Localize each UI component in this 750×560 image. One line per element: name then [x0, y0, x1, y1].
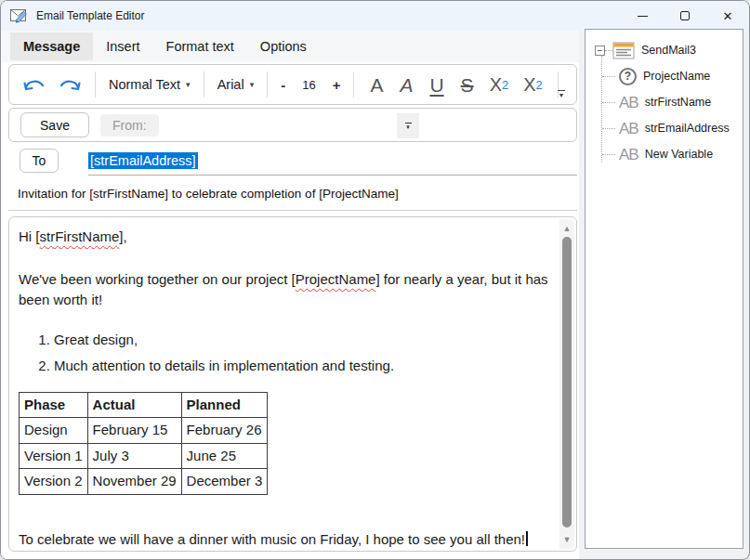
table-header-cell: Planned: [181, 392, 268, 418]
tree-node-label: ProjectName: [643, 70, 710, 83]
toolbar-overflow-icon[interactable]: ▼: [556, 90, 567, 98]
tab-format-text[interactable]: Format text: [153, 33, 247, 60]
table-cell: Version 2: [20, 469, 88, 495]
table-row: Design February 15 February 26: [20, 418, 268, 444]
activity-icon: [612, 42, 635, 59]
scrollbar-thumb[interactable]: [562, 237, 572, 527]
table-cell: November 29: [87, 469, 181, 495]
toolbar-separator: [353, 72, 354, 98]
email-body-editor[interactable]: Hi [strFirstName], We've been working to…: [8, 216, 577, 552]
editor-pane: Normal Text ▾ Arial ▾ - 16 + A A U S X2 …: [1, 62, 579, 559]
variables-tree: − SendMail3 ? ProjectName: [586, 30, 743, 167]
table-cell: Design: [20, 418, 88, 444]
closing-line: To celebrate we will have a dinner with …: [19, 529, 559, 551]
tab-message[interactable]: Message: [10, 33, 93, 60]
schedule-table: Phase Actual Planned Design February 15 …: [19, 392, 268, 495]
table-header-cell: Phase: [20, 392, 88, 418]
tree-connector: [602, 128, 615, 129]
titlebar: Email Template Editor ✕: [1, 1, 749, 31]
redo-button[interactable]: [52, 72, 87, 97]
ribbon-tabs: Message Insert Format text Options: [1, 31, 579, 62]
tree-connector: [605, 50, 612, 51]
save-button[interactable]: Save: [20, 112, 89, 137]
minimize-button[interactable]: [621, 1, 664, 31]
strikethrough-button[interactable]: S: [453, 73, 482, 97]
tree-node-projectname[interactable]: ? ProjectName: [586, 63, 743, 89]
subject-row: Invitation for [strFirstName] to celebra…: [8, 177, 577, 211]
table-header-row: Phase Actual Planned: [20, 392, 268, 418]
dropdown-icon: [405, 123, 412, 124]
table-header-cell: Actual: [87, 392, 181, 418]
string-variable-icon: AB: [619, 121, 638, 137]
tree-node-label: SendMail3: [641, 44, 696, 57]
collapse-expander-icon[interactable]: −: [595, 46, 605, 56]
undo-icon: [21, 74, 47, 95]
underline-button[interactable]: U: [421, 73, 452, 97]
formatting-toolbar: Normal Text ▾ Arial ▾ - 16 + A A U S X2 …: [8, 64, 577, 105]
from-label: From:: [100, 114, 159, 137]
tab-options[interactable]: Options: [247, 33, 320, 60]
tab-insert[interactable]: Insert: [93, 33, 152, 60]
table-cell: December 3: [181, 469, 268, 495]
close-icon: ✕: [723, 10, 733, 22]
text-cursor: [526, 531, 528, 546]
undo-button[interactable]: [17, 72, 52, 97]
misspelled-variable: ProjectName: [296, 271, 376, 287]
tree-node-stremailaddress[interactable]: AB strEmailAddress: [586, 115, 743, 141]
toolbar-separator: [204, 72, 204, 98]
font-size-value[interactable]: 16: [291, 78, 326, 92]
font-family-dropdown[interactable]: Arial ▾: [212, 74, 260, 95]
paragraph: We've been working together on our proje…: [19, 269, 562, 311]
tree-node-label: New Variable: [645, 148, 713, 161]
chevron-down-icon: ▾: [250, 80, 255, 89]
tree-connector: [602, 154, 615, 155]
misspelled-variable: strFirstName: [40, 228, 120, 244]
table-cell: June 25: [181, 443, 268, 469]
tree-node-label: strEmailAddress: [645, 122, 730, 135]
to-field[interactable]: [strEmailAddress]: [88, 146, 577, 176]
send-options-row: Save From: ▼: [8, 108, 577, 142]
email-edit-icon: [10, 8, 29, 23]
table-cell: February 26: [181, 418, 268, 444]
list-item: Great design,: [54, 330, 559, 351]
italic-button[interactable]: A: [391, 73, 421, 97]
superscript-button[interactable]: X2: [482, 72, 517, 98]
tree-connector: [602, 102, 615, 103]
greeting-line: Hi [strFirstName],: [19, 227, 559, 248]
window-title: Email Template Editor: [36, 9, 145, 22]
toolbar-separator: [267, 72, 268, 98]
numbered-list: Great design, Much attention to details …: [39, 330, 559, 377]
to-button[interactable]: To: [20, 149, 59, 173]
email-template-editor-window: Email Template Editor ✕ Message Insert F…: [0, 0, 750, 560]
string-variable-icon: AB: [619, 147, 638, 163]
to-value-selected-text[interactable]: [strEmailAddress]: [88, 152, 198, 169]
subscript-button[interactable]: X2: [516, 72, 550, 98]
chevron-down-icon: ▾: [186, 80, 191, 89]
increase-font-size-button[interactable]: +: [327, 77, 347, 93]
body-scrollbar[interactable]: ▲ ▼: [559, 219, 574, 549]
list-item: Much attention to details in implementat…: [54, 356, 559, 377]
decrease-font-size-button[interactable]: -: [275, 77, 291, 93]
close-button[interactable]: ✕: [706, 1, 749, 31]
subject-field[interactable]: Invitation for [strFirstName] to celebra…: [18, 187, 399, 201]
redo-icon: [57, 74, 83, 95]
table-cell: February 15: [87, 418, 181, 444]
dropdown-icon: ▼: [405, 124, 411, 130]
scroll-up-icon[interactable]: ▲: [559, 221, 574, 236]
scroll-down-icon[interactable]: ▼: [559, 532, 574, 547]
tree-node-sendmail3[interactable]: − SendMail3: [586, 37, 743, 63]
bold-button[interactable]: A: [362, 73, 391, 97]
tree-node-new-variable[interactable]: AB New Variable: [586, 141, 743, 167]
from-dropdown-button[interactable]: ▼: [397, 113, 419, 138]
toolbar-separator: [95, 72, 96, 98]
paragraph-style-dropdown[interactable]: Normal Text ▾: [103, 74, 196, 95]
table-cell: Version 1: [20, 443, 88, 469]
table-cell: July 3: [87, 443, 181, 469]
tree-node-strfirstname[interactable]: AB strFirstName: [586, 89, 743, 115]
email-body-content: Hi [strFirstName], We've been working to…: [9, 217, 559, 551]
maximize-button[interactable]: [664, 1, 706, 31]
variables-panel: − SendMail3 ? ProjectName: [585, 29, 743, 549]
maximize-icon: [680, 11, 690, 20]
table-row: Version 2 November 29 December 3: [20, 469, 268, 495]
minimize-icon: [638, 16, 648, 17]
